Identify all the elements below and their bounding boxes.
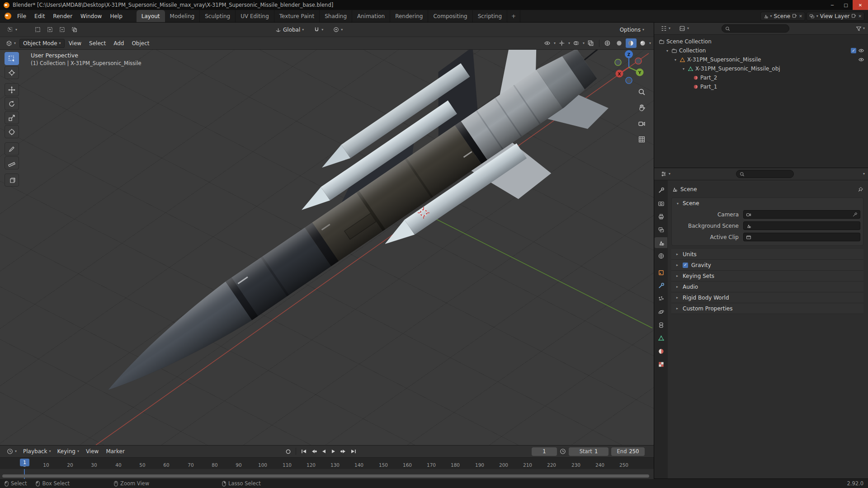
shading-material-button[interactable] bbox=[626, 38, 637, 48]
xray-toggle[interactable] bbox=[585, 38, 596, 48]
collection-checkbox[interactable]: ✓ bbox=[851, 48, 856, 53]
gizmo-z-neg-axis[interactable] bbox=[626, 77, 632, 84]
menu-file[interactable]: File bbox=[13, 10, 30, 22]
transform-tool[interactable] bbox=[5, 125, 19, 138]
blender-menu-icon[interactable] bbox=[5, 13, 11, 19]
transform-orientation-dropdown[interactable]: Global ▾ bbox=[272, 26, 307, 34]
menu-view[interactable]: View bbox=[65, 39, 85, 47]
units-panel-header[interactable]: ▸ Units bbox=[671, 249, 863, 260]
scene-panel-header[interactable]: ▾ Scene bbox=[672, 198, 863, 209]
disclosure-triangle-icon[interactable]: ▾ bbox=[681, 67, 686, 71]
outliner-row-part2[interactable]: Part_2 bbox=[654, 73, 868, 82]
shading-rendered-button[interactable] bbox=[637, 38, 648, 48]
tab-scene[interactable] bbox=[655, 237, 667, 248]
select-mode-intersect-icon[interactable] bbox=[69, 25, 80, 34]
timeline-tracks[interactable] bbox=[0, 469, 654, 479]
zoom-icon[interactable] bbox=[637, 87, 646, 97]
outliner-row-mesh-data[interactable]: ▾ X-31PM_Supersonic_Missile_obj bbox=[654, 64, 868, 73]
rigid-body-world-panel-header[interactable]: ▸ Rigid Body World bbox=[671, 292, 863, 303]
timeline-editor-dropdown[interactable]: ▾ bbox=[4, 447, 20, 455]
disclosure-triangle-icon[interactable]: ▾ bbox=[673, 58, 678, 62]
playback-menu[interactable]: Playback▾ bbox=[20, 447, 54, 455]
close-button[interactable]: ✕ bbox=[853, 0, 868, 10]
keying-menu[interactable]: Keying▾ bbox=[54, 447, 82, 455]
menu-window[interactable]: Window bbox=[76, 10, 106, 22]
auto-keying-toggle[interactable] bbox=[284, 447, 292, 455]
tab-physics[interactable] bbox=[655, 306, 667, 317]
cursor-tool[interactable] bbox=[5, 66, 19, 79]
maximize-button[interactable]: □ bbox=[839, 0, 853, 10]
play-reverse-button[interactable] bbox=[319, 447, 328, 455]
camera-view-icon[interactable] bbox=[637, 118, 646, 128]
jump-to-start-button[interactable] bbox=[299, 447, 308, 455]
navigation-gizmo[interactable]: Z Y X bbox=[610, 50, 648, 86]
keying-sets-panel-header[interactable]: ▸ Keying Sets bbox=[671, 271, 863, 282]
disclosure-triangle-icon[interactable]: ▾ bbox=[665, 49, 670, 53]
pin-icon[interactable] bbox=[858, 187, 863, 192]
tab-scripting[interactable]: Scripting bbox=[473, 10, 507, 22]
object-visibility-dropdown[interactable] bbox=[542, 38, 553, 48]
current-frame-field[interactable]: 1 bbox=[532, 447, 557, 456]
timeline-ruler[interactable]: 1 1 10 20 30 40 50 60 70 80 90 100 110 1… bbox=[0, 457, 654, 469]
select-mode-extend-icon[interactable] bbox=[44, 25, 55, 34]
gravity-panel-header[interactable]: ▸ ✓ Gravity bbox=[671, 260, 863, 271]
audio-panel-header[interactable]: ▸ Audio bbox=[671, 282, 863, 292]
tab-modifiers[interactable] bbox=[655, 280, 667, 291]
tab-constraints[interactable] bbox=[655, 319, 667, 330]
end-frame-field[interactable]: End250 bbox=[611, 447, 645, 456]
background-scene-field[interactable] bbox=[743, 221, 860, 230]
active-clip-field[interactable] bbox=[743, 233, 860, 241]
tab-compositing[interactable]: Compositing bbox=[428, 10, 472, 22]
gravity-checkbox[interactable]: ✓ bbox=[683, 263, 688, 268]
gizmos-dropdown[interactable] bbox=[557, 38, 567, 48]
ortho-toggle-icon[interactable] bbox=[637, 134, 646, 144]
tab-object[interactable] bbox=[655, 267, 667, 278]
tab-animation[interactable]: Animation bbox=[352, 10, 390, 22]
properties-search-input[interactable] bbox=[736, 170, 794, 178]
unlink-scene-button[interactable]: ✕ bbox=[799, 14, 802, 19]
view-layer-selector[interactable]: ▾ View Layer ✕ bbox=[807, 12, 864, 21]
overlays-dropdown[interactable] bbox=[571, 38, 582, 48]
tab-sculpting[interactable]: Sculpting bbox=[200, 10, 236, 22]
outliner-search-input[interactable] bbox=[722, 24, 789, 33]
snap-dropdown[interactable]: ▾ bbox=[311, 26, 326, 33]
gizmo-x-neg-axis[interactable] bbox=[635, 58, 642, 64]
tab-uv-editing[interactable]: UV Editing bbox=[236, 10, 274, 22]
view-menu[interactable]: View bbox=[82, 447, 102, 455]
menu-add[interactable]: Add bbox=[110, 39, 127, 47]
tab-world[interactable] bbox=[655, 250, 667, 261]
properties-editor-dropdown[interactable]: ▾ bbox=[657, 170, 674, 178]
options-dropdown[interactable]: Options ▾ bbox=[617, 26, 647, 34]
custom-properties-panel-header[interactable]: ▸ Custom Properties bbox=[671, 303, 863, 314]
shading-wireframe-button[interactable] bbox=[602, 38, 613, 48]
outliner-display-mode-dropdown[interactable]: ▾ bbox=[676, 24, 692, 33]
tab-render[interactable] bbox=[655, 198, 667, 209]
select-mode-set-icon[interactable] bbox=[32, 25, 43, 34]
menu-render[interactable]: Render bbox=[49, 10, 76, 22]
tab-shading[interactable]: Shading bbox=[320, 10, 352, 22]
play-button[interactable] bbox=[329, 447, 338, 455]
move-tool[interactable] bbox=[5, 83, 19, 96]
menu-edit[interactable]: Edit bbox=[30, 10, 49, 22]
shading-solid-button[interactable] bbox=[614, 38, 625, 48]
camera-field[interactable] bbox=[743, 210, 860, 219]
outliner-row-collection[interactable]: ▾ Collection ✓ bbox=[654, 46, 868, 55]
previous-keyframe-button[interactable] bbox=[309, 447, 318, 455]
annotate-tool[interactable] bbox=[5, 142, 19, 155]
jump-to-end-button[interactable] bbox=[349, 447, 358, 455]
timeline-scrollbar[interactable] bbox=[2, 474, 649, 478]
minimize-button[interactable]: ─ bbox=[826, 0, 839, 10]
tab-output[interactable] bbox=[655, 211, 667, 222]
eye-icon[interactable] bbox=[858, 56, 864, 63]
tab-view-layer[interactable] bbox=[655, 224, 667, 235]
outliner-row-scene-collection[interactable]: Scene Collection bbox=[654, 37, 868, 46]
tab-texture-paint[interactable]: Texture Paint bbox=[274, 10, 320, 22]
add-cube-tool[interactable] bbox=[5, 174, 19, 187]
tab-tool[interactable] bbox=[655, 185, 667, 196]
rotate-tool[interactable] bbox=[5, 97, 19, 110]
tab-object-data[interactable] bbox=[655, 333, 667, 343]
tab-material[interactable] bbox=[655, 346, 667, 357]
outliner-editor-dropdown[interactable]: ▾ bbox=[657, 24, 674, 33]
scale-tool[interactable] bbox=[5, 111, 19, 124]
playhead[interactable]: 1 bbox=[20, 459, 29, 466]
